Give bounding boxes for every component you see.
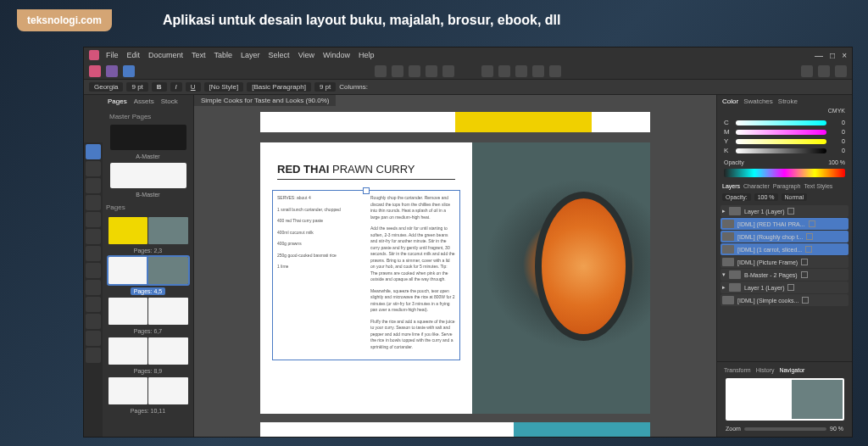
master-b-thumb[interactable] [110,163,186,188]
slider-c-val[interactable]: 0 [830,120,845,125]
zoom-tool-icon[interactable] [86,331,101,346]
picker-tool-icon[interactable] [86,314,101,329]
frame-tool-icon[interactable] [86,195,101,210]
toolbar-icon[interactable] [515,65,527,77]
toolbar-icon[interactable] [481,65,493,77]
toolbar-icon[interactable] [532,65,544,77]
italic-button[interactable]: I [170,82,182,92]
zoom-value[interactable]: 90 % [830,426,843,432]
close-button[interactable]: × [842,51,847,60]
visibility-checkbox-icon[interactable] [805,246,812,253]
menu-table[interactable]: Table [214,51,233,59]
tab-paragraph[interactable]: Paragraph [773,183,801,189]
page-thumb-10-11[interactable] [108,377,188,404]
char-style[interactable]: [No Style] [204,82,244,92]
slider-m[interactable] [736,130,826,135]
minimize-button[interactable]: — [815,51,823,60]
tab-swatches[interactable]: Swatches [743,98,773,105]
master-a-thumb[interactable] [110,125,186,150]
slider-k-val[interactable]: 0 [830,148,845,153]
tab-character[interactable]: Character [743,183,770,189]
layer-item[interactable]: ▸Layer 1 (Layer) [721,205,849,217]
slider-y[interactable] [736,139,826,144]
transparency-tool-icon[interactable] [86,297,101,312]
layer-item[interactable]: [IDML] (Roughly chop t... [721,231,849,243]
hand-tool-icon[interactable] [86,348,101,363]
document-tab[interactable]: Simple Cooks for Taste and Looks (90.0%) [194,95,336,106]
slider-c[interactable] [736,120,826,125]
layer-item[interactable]: [IDML] (Picture Frame) [721,256,849,268]
toolbar-icon[interactable] [835,65,847,77]
tab-textstyles[interactable]: Text Styles [804,183,832,189]
font-size[interactable]: 9 pt [126,82,147,92]
menu-text[interactable]: Text [192,51,206,59]
spectrum-bar[interactable] [724,169,845,177]
menu-window[interactable]: Window [323,51,350,59]
visibility-checkbox-icon[interactable] [806,233,813,240]
toolbar-icon[interactable] [801,65,813,77]
tab-transform[interactable]: Transform [724,367,751,373]
visibility-checkbox-icon[interactable] [801,259,808,265]
underline-button[interactable]: U [186,82,201,92]
ellipse-tool-icon[interactable] [86,246,101,261]
tab-assets[interactable]: Assets [134,98,154,105]
tab-color[interactable]: Color [722,98,738,105]
pen-tool-icon[interactable] [86,212,101,227]
toolbar-icon[interactable] [392,65,403,77]
para-style[interactable]: [Basic Paragraph] [247,82,311,92]
layer-item[interactable]: ▸Layer 1 (Layer) [721,282,849,293]
zoom-slider[interactable] [744,427,826,431]
slider-y-val[interactable]: 0 [830,138,845,144]
layer-item[interactable]: [IDML] (RED THAI PRA... [721,218,849,230]
fill-tool-icon[interactable] [86,280,101,295]
node-tool-icon[interactable] [86,161,101,176]
blend-mode[interactable]: Normal [782,193,808,201]
page-thumb-4-5[interactable] [108,257,188,284]
visibility-checkbox-icon[interactable] [801,271,808,278]
toolbar-icon[interactable] [409,65,420,77]
tab-pages[interactable]: Pages [108,98,127,105]
persona-photo-icon[interactable] [106,65,118,77]
menu-file[interactable]: File [106,51,119,59]
toolbar-icon[interactable] [442,65,454,77]
toolbar-icon[interactable] [375,65,387,77]
tab-history[interactable]: History [756,367,775,373]
layer-item[interactable]: [IDML] (Simple cooks... [721,294,849,306]
persona-designer-icon[interactable] [89,65,101,77]
slider-m-val[interactable]: 0 [830,129,845,135]
menu-document[interactable]: Document [148,51,183,59]
menu-view[interactable]: View [298,51,314,59]
toolbar-icon[interactable] [549,65,561,77]
persona-vector-icon[interactable] [123,65,135,77]
menu-edit[interactable]: Edit [127,51,141,59]
move-tool-icon[interactable] [86,144,101,159]
bold-button[interactable]: B [152,82,167,92]
visibility-checkbox-icon[interactable] [787,208,794,215]
page-thumb-2-3[interactable] [108,217,188,244]
maximize-button[interactable]: □ [830,51,835,60]
table-tool-icon[interactable] [86,263,101,278]
opacity-val[interactable]: 100 % [828,159,845,165]
navigator-preview[interactable] [726,378,844,421]
tab-layers[interactable]: Layers [722,183,740,189]
layer-item[interactable]: ▾B-Master - 2 Pages) [721,269,849,281]
tab-stroke[interactable]: Stroke [778,98,798,105]
slider-k[interactable] [736,148,826,153]
page-thumb-6-7[interactable] [108,298,188,325]
tab-stock[interactable]: Stock [161,98,178,105]
menu-layer[interactable]: Layer [241,51,260,59]
layer-item[interactable]: [IDML] (1 carrot, sliced... [721,243,849,255]
visibility-checkbox-icon[interactable] [787,284,794,291]
toolbar-icon[interactable] [498,65,510,77]
text-tool-icon[interactable] [86,178,101,193]
menu-select[interactable]: Select [269,51,290,59]
layer-opacity-val[interactable]: 100 % [754,193,778,201]
selected-text-frame[interactable]: SERVES: about 41 small bunch coriander, … [277,195,455,355]
leading[interactable]: 9 pt [314,82,336,92]
toolbar-icon[interactable] [426,65,437,77]
toolbar-icon[interactable] [818,65,830,77]
rectangle-tool-icon[interactable] [86,229,101,244]
menu-help[interactable]: Help [359,51,375,59]
visibility-checkbox-icon[interactable] [809,220,815,227]
visibility-checkbox-icon[interactable] [802,297,809,304]
